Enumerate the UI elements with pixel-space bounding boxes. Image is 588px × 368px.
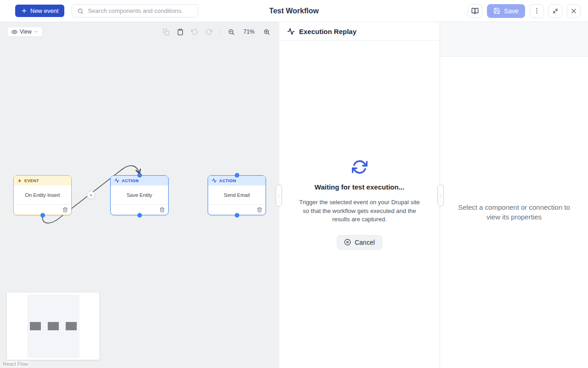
edge-add-button[interactable]: +: [87, 191, 95, 199]
plus-icon: [21, 8, 27, 14]
minimap[interactable]: [7, 293, 99, 360]
cancel-label: Cancel: [355, 239, 375, 246]
trash-icon[interactable]: [257, 207, 262, 213]
undo-icon: [191, 29, 198, 35]
output-handle[interactable]: [40, 213, 45, 218]
view-label: View: [20, 29, 32, 35]
zap-icon: [17, 178, 22, 183]
minimap-node: [48, 322, 59, 330]
minimize-button[interactable]: [548, 4, 562, 18]
node-label: On Entity Insert: [14, 185, 71, 204]
status-title: Waiting for test execution...: [315, 183, 404, 191]
trash-icon[interactable]: [159, 207, 165, 213]
minimize-icon: [552, 8, 559, 14]
trash-icon[interactable]: [62, 207, 68, 213]
documentation-button[interactable]: [468, 4, 482, 18]
save-label: Save: [504, 7, 519, 15]
new-event-button[interactable]: New event: [15, 5, 64, 17]
zoom-level: 71%: [243, 29, 254, 35]
search-box[interactable]: [72, 4, 198, 17]
zoom-out-icon: [228, 29, 235, 35]
close-icon: [571, 8, 577, 14]
sync-icon: [352, 159, 368, 175]
zoom-out-button[interactable]: [226, 27, 237, 37]
input-handle[interactable]: [137, 173, 142, 178]
node-type-label: EVENT: [24, 178, 39, 183]
toolbar-separator: [220, 28, 220, 36]
node-on-entity-insert[interactable]: EVENT On Entity Insert: [13, 175, 72, 215]
panel-resize-handle-right[interactable]: ›: [437, 184, 444, 207]
zoom-in-icon: [263, 29, 270, 35]
topbar: New event Test Workflow Save: [0, 0, 588, 22]
main-area: View 71%: [0, 22, 588, 368]
minimap-node: [66, 322, 77, 330]
node-type-label: ACTION: [122, 178, 139, 183]
properties-panel-header: [440, 22, 588, 57]
kebab-icon: [533, 7, 540, 14]
canvas-toolbar: 71%: [161, 27, 271, 37]
topbar-left: New event: [15, 4, 198, 17]
input-handle[interactable]: [235, 173, 239, 178]
cancel-icon: [344, 239, 351, 246]
redo-icon: [205, 29, 212, 35]
copy-button[interactable]: [161, 27, 171, 37]
status-description: Trigger the selected event on your Drupa…: [296, 198, 423, 224]
view-dropdown[interactable]: View: [7, 27, 43, 37]
node-label: Send Email: [208, 185, 266, 204]
cancel-button[interactable]: Cancel: [337, 235, 382, 250]
topbar-right: Save: [468, 4, 581, 18]
react-flow-attribution[interactable]: React Flow: [2, 361, 29, 367]
replay-panel-header: Execution Replay: [279, 22, 440, 41]
save-button[interactable]: Save: [487, 4, 525, 18]
node-send-email[interactable]: ACTION Send Email: [208, 175, 266, 215]
activity-icon: [212, 178, 217, 183]
redo-button[interactable]: [204, 27, 214, 37]
eye-icon: [11, 29, 17, 35]
minimap-node: [30, 322, 41, 330]
output-handle[interactable]: [235, 213, 239, 218]
paste-button[interactable]: [175, 27, 186, 37]
book-open-icon: [471, 7, 479, 15]
properties-empty-message: Select a component or connection to view…: [453, 203, 575, 222]
chevron-down-icon: [34, 29, 39, 34]
zoom-in-button[interactable]: [261, 27, 271, 37]
undo-button[interactable]: [190, 27, 200, 37]
save-icon: [493, 7, 500, 14]
properties-panel: Select a component or connection to view…: [440, 22, 588, 368]
node-save-entity[interactable]: ACTION Save Entity: [110, 175, 169, 215]
search-input[interactable]: [88, 7, 193, 14]
panel-resize-handle-left[interactable]: ›: [276, 184, 282, 207]
output-handle[interactable]: [137, 213, 142, 218]
node-type-label: ACTION: [219, 178, 236, 183]
execution-replay-panel: Execution Replay Waiting for test execut…: [279, 22, 440, 368]
activity-icon: [114, 178, 119, 183]
replay-panel-title: Execution Replay: [299, 28, 356, 35]
properties-empty-state: Select a component or connection to view…: [440, 57, 588, 368]
app-window: New event Test Workflow Save: [0, 0, 588, 368]
workflow-canvas[interactable]: View 71%: [0, 22, 279, 368]
paste-icon: [177, 29, 184, 35]
activity-icon: [287, 28, 295, 35]
search-icon: [77, 8, 84, 14]
node-label: Save Entity: [111, 185, 168, 204]
close-button[interactable]: [567, 4, 581, 18]
copy-icon: [163, 29, 170, 35]
more-menu-button[interactable]: [530, 4, 544, 18]
replay-content: Waiting for test execution... Trigger th…: [279, 41, 440, 368]
node-header: EVENT: [14, 176, 71, 185]
new-event-label: New event: [30, 7, 58, 14]
